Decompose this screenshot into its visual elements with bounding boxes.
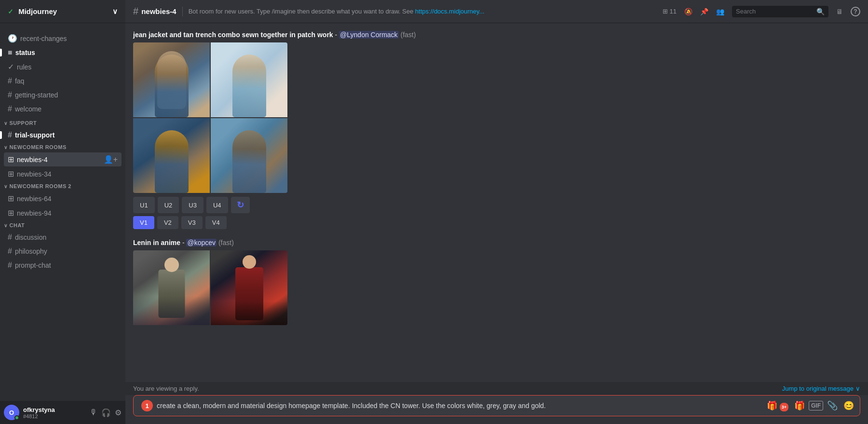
sidebar-item-faq[interactable]: # faq (4, 74, 122, 88)
v4-button[interactable]: V4 (205, 216, 227, 229)
category-label: SUPPORT (10, 120, 37, 126)
search-box: 🔍 (732, 6, 828, 17)
sidebar-item-prompt-chat[interactable]: # prompt-chat (4, 259, 122, 272)
boost-icon[interactable]: 🎁 3+ (765, 398, 790, 413)
sidebar-item-rules[interactable]: ✓ rules (4, 60, 122, 74)
sidebar-item-label: recent-changes (20, 35, 67, 42)
channel-name-header: # newbies-4 (133, 6, 176, 17)
sidebar-item-status[interactable]: ■ status (4, 46, 122, 59)
sidebar-item-recent-changes[interactable]: 🕐 recent-changes (4, 31, 122, 45)
u2-button[interactable]: U2 (158, 197, 179, 213)
reply-number-badge: 1 (141, 400, 153, 411)
sidebar-item-newbies-4[interactable]: ⊞ newbies-4 👤+ (4, 152, 122, 166)
chevron-icon: ∨ (4, 121, 8, 126)
message-input[interactable] (157, 402, 761, 410)
username: ofkrystyna (23, 406, 86, 413)
sidebar-item-getting-started[interactable]: # getting-started (4, 88, 122, 102)
sidebar-item-trial-support[interactable]: # trial-support (4, 128, 122, 142)
chevron-icon: ∨ (4, 223, 8, 228)
hash-icon: # (8, 233, 12, 242)
hash-icon: # (8, 247, 12, 256)
members-count: ⊞ 11 (663, 8, 677, 15)
hash-icon: # (133, 6, 138, 17)
sidebar-category-chat[interactable]: ∨ CHAT (0, 220, 125, 230)
pin-icon[interactable]: 📌 (700, 8, 708, 15)
search-input[interactable] (736, 8, 814, 15)
jump-label: Jump to original message (782, 385, 854, 392)
chevron-down-icon: ∨ (855, 385, 860, 392)
image-cell-1[interactable] (133, 42, 210, 117)
v1-button[interactable]: V1 (133, 216, 154, 229)
mute-icon[interactable]: 🎙 (90, 408, 97, 417)
image-cell-6[interactable] (211, 250, 287, 325)
divider (182, 7, 183, 16)
check-icon: ✓ (8, 62, 14, 71)
user-info: ofkrystyna #4812 (23, 406, 86, 419)
deafen-icon[interactable]: 🎧 (101, 408, 111, 417)
jump-to-original[interactable]: Jump to original message ∨ (782, 385, 860, 392)
mute-channel-icon[interactable]: 🔕 (684, 8, 692, 15)
hash-icon: # (8, 105, 12, 113)
sidebar-item-label: rules (17, 63, 31, 71)
channel-desc-link[interactable]: https://docs.midjourney... (415, 8, 485, 15)
server-name: Midjourney (18, 7, 57, 15)
action-buttons-u: U1 U2 U3 U4 ↻ (133, 197, 860, 213)
fast-tag-2: (fast) (218, 239, 234, 246)
search-icon: 🔍 (816, 8, 825, 15)
sidebar-item-label: getting-started (15, 91, 58, 99)
server-checkmark: ✓ (8, 8, 14, 15)
monitor-icon[interactable]: 🖥 (836, 8, 843, 15)
image-cell-3[interactable] (133, 118, 210, 193)
upload-icon[interactable]: 📎 (825, 398, 840, 413)
add-member-icon[interactable]: 👤+ (104, 155, 118, 164)
gif-button[interactable]: GIF (809, 401, 823, 410)
sidebar-item-discussion[interactable]: # discussion (4, 231, 122, 244)
main-content: # newbies-4 Bot room for new users. Type… (125, 0, 868, 424)
gift-icon[interactable]: 🎁 (792, 398, 807, 413)
sidebar-item-welcome[interactable]: # welcome (4, 102, 122, 116)
image-grid-lenin (133, 250, 287, 325)
chevron-icon: ∨ (4, 184, 8, 189)
mention-2[interactable]: @kopcev (186, 239, 217, 246)
sidebar-item-newbies-34[interactable]: ⊞ newbies-34 (4, 167, 122, 181)
status-dot (14, 415, 19, 420)
input-actions: 🎁 3+ 🎁 GIF 📎 😊 (765, 398, 856, 413)
sidebar-item-label: faq (15, 77, 24, 85)
viewing-reply-bar: You are viewing a reply. Jump to origina… (125, 382, 868, 395)
v2-button[interactable]: V2 (157, 216, 178, 229)
server-header[interactable]: ✓ Midjourney ∨ (0, 0, 125, 23)
grid-icon: ⊞ (8, 194, 14, 203)
image-cell-2[interactable] (211, 42, 287, 117)
category-label: CHAT (10, 222, 25, 228)
separator: - (335, 31, 339, 39)
hash-icon: # (8, 261, 12, 270)
u1-button[interactable]: U1 (133, 197, 155, 213)
image-cell-4[interactable] (211, 118, 287, 193)
category-label: NEWCOMER ROOMS (10, 144, 67, 150)
avatar: O (4, 405, 19, 420)
prompt-text: jean jacket and tan trench combo sewn to… (133, 31, 333, 39)
sidebar-category-support[interactable]: ∨ SUPPORT (0, 118, 125, 128)
mention[interactable]: @Lyndon Cormack (339, 31, 399, 39)
sidebar-item-label: prompt-chat (15, 261, 51, 269)
refresh-button[interactable]: ↻ (231, 197, 250, 213)
sidebar-item-newbies-64[interactable]: ⊞ newbies-64 (4, 191, 122, 205)
settings-icon[interactable]: ⚙ (115, 408, 122, 417)
message-input-area: 1 🎁 3+ 🎁 GIF 📎 😊 (125, 395, 868, 424)
v3-button[interactable]: V3 (181, 216, 203, 229)
sidebar-item-label: newbies-94 (17, 209, 52, 217)
sidebar-item-newbies-94[interactable]: ⊞ newbies-94 (4, 206, 122, 220)
sidebar-category-newcomer2[interactable]: ∨ NEWCOMER ROOMS 2 (0, 181, 125, 191)
image-cell-5[interactable] (133, 250, 210, 325)
u3-button[interactable]: U3 (182, 197, 203, 213)
chevron-icon: ∨ (4, 145, 8, 150)
status-icon: ■ (8, 48, 13, 57)
u4-button[interactable]: U4 (206, 197, 228, 213)
members-icon[interactable]: 👥 (716, 8, 724, 15)
sidebar-category-newcomer[interactable]: ∨ NEWCOMER ROOMS (0, 142, 125, 152)
channel-desc-text: Bot room for new users. Type /imagine th… (189, 8, 414, 15)
notification-badge: 3+ (780, 403, 788, 411)
help-icon[interactable]: ? (851, 7, 860, 16)
sidebar-item-philosophy[interactable]: # philosophy (4, 245, 122, 258)
emoji-icon[interactable]: 😊 (841, 398, 856, 413)
